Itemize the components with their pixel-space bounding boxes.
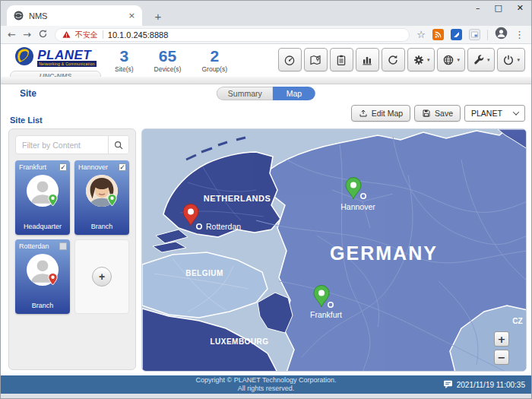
- header-divider: [1, 77, 531, 84]
- site-list-title: Site List: [10, 116, 43, 125]
- url-omnibox[interactable]: 不安全 10.1.0.245:8888: [55, 28, 410, 42]
- save-label: Save: [435, 109, 453, 118]
- europe-map[interactable]: NETHERLANDS GERMANY BELGIUM LUXEMBOURG C…: [142, 129, 527, 372]
- map-select-value: PLANET: [471, 109, 502, 118]
- site-cards: Frankfurt ✓ Headquarter Hannover ✓: [15, 160, 129, 314]
- browser-window: NMS × + – □ ✕ ← → 不安全 10.1.0.245:8888 ☆: [0, 0, 532, 399]
- site-checkbox[interactable]: [59, 242, 67, 250]
- power-menu-button[interactable]: ▾: [497, 48, 525, 71]
- reload-button[interactable]: [38, 28, 48, 42]
- site-checkbox[interactable]: ✓: [119, 163, 126, 171]
- brand-tagline: Networking & Communication: [37, 61, 97, 67]
- tab-close-icon[interactable]: ×: [128, 11, 135, 21]
- add-site-card[interactable]: +: [74, 239, 129, 314]
- tab-map[interactable]: Map: [273, 87, 315, 100]
- site-favicon-icon: [14, 11, 24, 21]
- dropdown-caret-icon: ▾: [427, 57, 430, 63]
- site-card-frankfurt[interactable]: Frankfurt ✓ Headquarter: [15, 160, 70, 235]
- window-close-button[interactable]: ✕: [517, 3, 524, 13]
- toolbar-divider: [487, 30, 488, 40]
- search-button[interactable]: [108, 136, 128, 154]
- settings-menu-button[interactable]: ▾: [407, 48, 435, 71]
- search-icon: [113, 140, 124, 150]
- label-netherlands: NETHERLANDS: [204, 194, 271, 203]
- site-card-name: Frankfurt: [19, 163, 46, 171]
- new-tab-button[interactable]: +: [150, 8, 166, 24]
- upload-icon: [359, 109, 368, 118]
- view-tabs: Summary Map: [217, 87, 315, 100]
- system-timestamp: 2021/11/19 11:00:35: [457, 381, 525, 389]
- map-pin-icon: [48, 273, 58, 289]
- edit-map-label: Edit Map: [372, 109, 403, 118]
- statistics-button[interactable]: [356, 48, 379, 71]
- dropdown-caret-icon: ▾: [487, 57, 490, 63]
- window-extension-icon[interactable]: [469, 29, 480, 40]
- map-pin-icon: [48, 194, 58, 210]
- stat-devices-label: Device(s): [154, 65, 182, 73]
- bookmark-star-icon[interactable]: ☆: [416, 29, 426, 40]
- zoom-out-button[interactable]: −: [494, 350, 509, 365]
- map-actions: Edit Map Save PLANET: [351, 105, 525, 122]
- site-card-hannover[interactable]: Hannover ✓ Branch: [74, 160, 129, 235]
- stat-sites: 3 Site(s): [115, 47, 134, 73]
- browser-address-bar: ← → 不安全 10.1.0.245:8888 ☆ ⋮: [1, 26, 531, 44]
- save-button[interactable]: Save: [414, 105, 461, 122]
- brand-name: PLANET: [37, 49, 97, 61]
- message-icon[interactable]: [443, 379, 453, 391]
- site-card-type: Branch: [74, 223, 129, 230]
- site-card-rotterdan[interactable]: Rotterdan Branch: [15, 239, 70, 314]
- profile-avatar-icon[interactable]: [495, 27, 508, 43]
- marker-label: Rotterdan: [206, 222, 241, 231]
- map-pin-icon: [107, 194, 117, 210]
- rss-extension-icon[interactable]: [432, 29, 444, 40]
- dashboard-button[interactable]: [278, 48, 302, 71]
- refresh-button[interactable]: [382, 48, 405, 71]
- blue-extension-icon[interactable]: [451, 29, 462, 40]
- report-button[interactable]: [330, 48, 353, 71]
- filter-bar: [15, 135, 129, 154]
- tools-menu-button[interactable]: ▾: [467, 48, 496, 71]
- gauge-icon: [283, 54, 296, 66]
- stat-devices: 65 Device(s): [154, 47, 182, 73]
- summary-stats: 3 Site(s) 65 Device(s) 2 Group(s): [115, 47, 227, 73]
- window-minimize-button[interactable]: –: [476, 3, 480, 13]
- map-view-button[interactable]: [304, 48, 328, 71]
- marker-label: Frankfurt: [310, 310, 342, 319]
- browser-menu-icon[interactable]: ⋮: [515, 29, 524, 40]
- map-zoom-controls: + −: [494, 331, 509, 365]
- site-card-name: Rotterdan: [19, 242, 49, 250]
- dropdown-caret-icon: ▾: [457, 57, 460, 63]
- site-card-name: Hannover: [78, 163, 108, 171]
- stat-groups-label: Group(s): [201, 65, 227, 73]
- power-icon: [502, 54, 515, 66]
- refresh-icon: [387, 54, 399, 66]
- site-card-type: Headquarter: [15, 223, 70, 230]
- page-title: Site: [20, 88, 36, 99]
- security-warning-label: 不安全: [75, 30, 98, 40]
- back-button[interactable]: ←: [8, 30, 16, 40]
- url-text: 10.1.0.245:8888: [108, 30, 169, 40]
- forward-button[interactable]: →: [23, 30, 31, 40]
- edit-map-button[interactable]: Edit Map: [351, 105, 410, 122]
- label-germany: GERMANY: [330, 242, 438, 264]
- app-footer: Copyright © PLANET Technology Corporatio…: [1, 375, 531, 394]
- filter-input[interactable]: [16, 136, 108, 154]
- add-site-button[interactable]: +: [92, 267, 112, 287]
- label-belgium: BELGIUM: [185, 269, 223, 277]
- map-select[interactable]: PLANET: [464, 105, 525, 122]
- language-menu-button[interactable]: ▾: [437, 48, 465, 71]
- security-warning-icon: [62, 28, 71, 42]
- window-maximize-button[interactable]: □: [494, 3, 502, 13]
- marker-label: Hannover: [340, 202, 375, 211]
- browser-tab-nms[interactable]: NMS ×: [7, 5, 142, 26]
- stat-groups: 2 Group(s): [201, 47, 227, 73]
- bar-chart-icon: [361, 54, 373, 66]
- site-list-panel: Frankfurt ✓ Headquarter Hannover ✓: [8, 128, 136, 370]
- tab-summary[interactable]: Summary: [217, 87, 273, 100]
- label-cz: CZ: [512, 317, 522, 325]
- zoom-in-button[interactable]: +: [494, 331, 509, 347]
- clipboard-icon: [335, 54, 347, 66]
- site-checkbox[interactable]: ✓: [59, 163, 67, 171]
- map-panel: NETHERLANDS GERMANY BELGIUM LUXEMBOURG C…: [141, 128, 527, 372]
- stat-groups-value: 2: [201, 47, 227, 65]
